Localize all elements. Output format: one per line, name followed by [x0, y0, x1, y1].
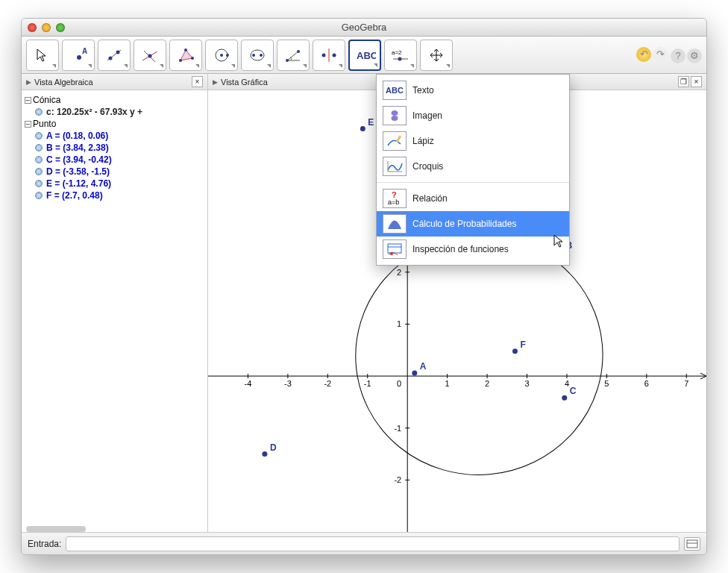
- redo-button[interactable]: ↷: [653, 47, 668, 62]
- image-icon: [383, 106, 407, 125]
- point-entry[interactable]: B = (3.84, 2.38): [46, 143, 109, 153]
- tool-conic[interactable]: [241, 40, 274, 71]
- menu-item-relation[interactable]: ?a=b Relación: [377, 186, 569, 211]
- svg-point-73: [262, 451, 267, 457]
- collapse-icon[interactable]: −: [25, 97, 31, 104]
- tool-line[interactable]: [98, 40, 131, 71]
- svg-text:-2: -2: [394, 475, 401, 484]
- algebra-panel-title: Vista Algebraica: [34, 78, 93, 87]
- svg-point-21: [322, 53, 326, 57]
- app-window: GeoGebra A ABC a=2 ↶ ↷ ? ⚙ ▶: [21, 18, 707, 555]
- svg-text:1: 1: [445, 379, 450, 388]
- titlebar[interactable]: GeoGebra: [22, 19, 706, 37]
- point-entry[interactable]: A = (0.18, 0.06): [46, 131, 108, 141]
- svg-point-3: [109, 56, 113, 60]
- menu-label: Lápiz: [412, 136, 434, 146]
- tool-move[interactable]: [26, 40, 59, 71]
- toolbar: A ABC a=2 ↶ ↷ ? ⚙: [22, 37, 706, 74]
- svg-rect-84: [388, 244, 401, 253]
- collapse-icon[interactable]: −: [25, 121, 31, 128]
- svg-text:a=2: a=2: [392, 49, 402, 56]
- svg-point-14: [226, 54, 229, 57]
- menu-item-text[interactable]: ABC Texto: [377, 78, 569, 103]
- svg-text:-3: -3: [284, 379, 292, 388]
- text-icon: ABC: [383, 81, 407, 100]
- tool-circle[interactable]: [205, 40, 238, 71]
- window-title: GeoGebra: [22, 22, 706, 33]
- tool-move-view[interactable]: [420, 40, 453, 71]
- graphics-detach-button[interactable]: ❐: [678, 76, 689, 87]
- scrollbar-thumb[interactable]: [26, 526, 86, 532]
- svg-text:ABC: ABC: [357, 50, 376, 61]
- menu-item-inspector[interactable]: Inspección de funciones: [377, 237, 569, 262]
- algebra-panel-header[interactable]: ▶ Vista Algebraica ×: [22, 74, 207, 90]
- visibility-toggle[interactable]: [35, 168, 43, 175]
- point-entry[interactable]: D = (-3.58, -1.5): [46, 166, 110, 177]
- settings-button[interactable]: ⚙: [687, 48, 702, 63]
- input-bar: Entrada:: [22, 532, 706, 554]
- svg-rect-79: [396, 135, 402, 143]
- svg-point-18: [286, 59, 289, 62]
- graphics-close-button[interactable]: ×: [691, 76, 702, 87]
- graphics-panel: ▶ Vista Gráfica ❐ × -4-3-2-11234567-2-11…: [208, 74, 706, 532]
- svg-point-19: [297, 50, 300, 53]
- group-conic: Cónica: [33, 95, 60, 105]
- visibility-toggle[interactable]: [35, 180, 43, 187]
- svg-text:-2: -2: [324, 379, 331, 388]
- visibility-toggle[interactable]: [35, 132, 43, 140]
- svg-text:0: 0: [397, 379, 401, 388]
- visibility-toggle[interactable]: [35, 108, 43, 116]
- keyboard-button[interactable]: [684, 537, 700, 551]
- svg-point-11: [191, 57, 194, 60]
- point-entry[interactable]: F = (2.7, 0.48): [46, 190, 103, 201]
- group-point: Punto: [33, 119, 56, 129]
- command-input[interactable]: [66, 536, 680, 551]
- menu-label: Imagen: [412, 110, 442, 121]
- menu-label: Cálculo de Probabilidades: [412, 219, 516, 229]
- tool-text[interactable]: ABC: [348, 40, 381, 71]
- svg-text:5: 5: [604, 379, 609, 388]
- menu-item-freehand[interactable]: Croquis: [377, 154, 569, 179]
- tool-angle[interactable]: [277, 40, 310, 71]
- svg-point-4: [116, 50, 120, 54]
- algebra-close-button[interactable]: ×: [192, 76, 203, 87]
- content-area: ▶ Vista Algebraica × −Cónica c: 120.25x²…: [22, 74, 706, 532]
- svg-rect-87: [687, 540, 697, 548]
- svg-text:1: 1: [397, 319, 401, 328]
- svg-text:A: A: [420, 361, 427, 372]
- svg-text:6: 6: [644, 379, 649, 388]
- tool-polygon[interactable]: [169, 40, 202, 71]
- conic-equation[interactable]: c: 120.25x² - 67.93x y +: [46, 107, 142, 117]
- help-button[interactable]: ?: [671, 48, 685, 63]
- svg-text:D: D: [270, 442, 277, 453]
- svg-point-17: [260, 54, 263, 57]
- menu-label: Texto: [412, 85, 434, 96]
- visibility-toggle[interactable]: [35, 144, 43, 151]
- svg-text:-1: -1: [364, 379, 371, 388]
- svg-point-13: [220, 54, 223, 57]
- menu-label: Inspección de funciones: [412, 244, 509, 254]
- svg-point-16: [252, 54, 255, 57]
- tool-point[interactable]: A: [62, 40, 95, 71]
- freehand-icon: [383, 157, 407, 176]
- algebra-tree[interactable]: −Cónica c: 120.25x² - 67.93x y + −Punto …: [22, 90, 207, 526]
- point-entry[interactable]: C = (3.94, -0.42): [46, 154, 112, 165]
- menu-item-image[interactable]: Imagen: [377, 103, 569, 128]
- tool-perpendicular[interactable]: [134, 40, 166, 71]
- svg-text:4: 4: [565, 379, 569, 388]
- menu-item-pen[interactable]: Lápiz: [377, 128, 569, 154]
- visibility-toggle[interactable]: [35, 156, 43, 163]
- svg-point-86: [390, 252, 393, 255]
- menu-item-probability[interactable]: Cálculo de Probabilidades: [377, 211, 569, 237]
- svg-point-9: [179, 59, 182, 62]
- tool-reflect[interactable]: [313, 40, 345, 71]
- svg-marker-8: [181, 50, 192, 60]
- svg-text:E: E: [368, 117, 374, 128]
- tool-slider[interactable]: a=2: [384, 40, 417, 71]
- undo-button[interactable]: ↶: [636, 47, 651, 62]
- svg-text:C: C: [570, 386, 577, 396]
- chevron-right-icon: ▶: [26, 78, 31, 86]
- visibility-toggle[interactable]: [35, 192, 43, 199]
- svg-point-67: [412, 370, 417, 375]
- point-entry[interactable]: E = (-1.12, 4.76): [46, 178, 111, 189]
